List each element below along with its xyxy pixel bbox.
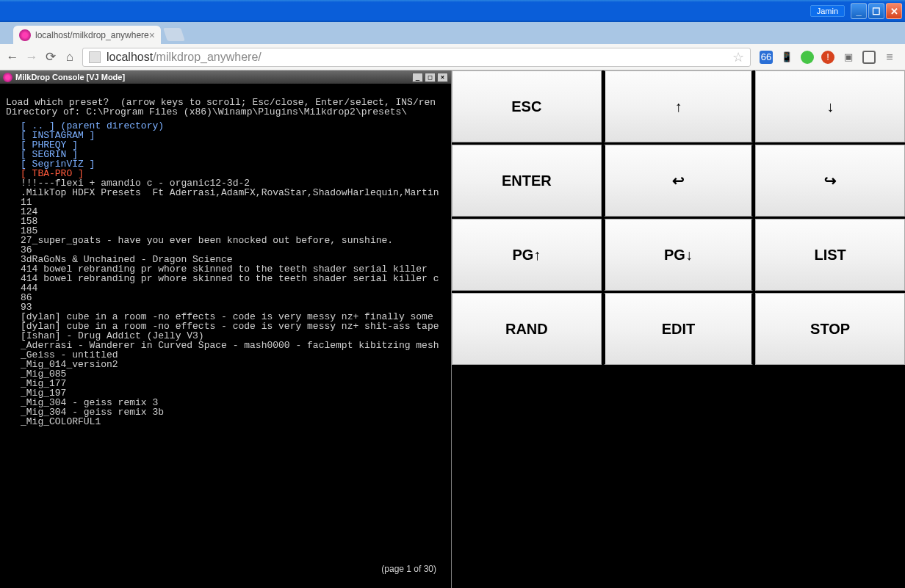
page-indicator: (page 1 of 30) bbox=[381, 565, 436, 573]
button-grid: ESC↑↓ENTER↩↪PG↑PG↓LISTRANDEDITSTOP bbox=[452, 70, 905, 367]
extension-icon[interactable]: 📱 bbox=[780, 51, 793, 64]
console-titlebar[interactable]: MilkDrop Console [VJ Mode] _ □ × bbox=[0, 70, 451, 84]
milkdrop-icon bbox=[3, 73, 12, 82]
list-item-file[interactable]: .MilkTop HDFX Presets Ft Aderrasi,AdamFX… bbox=[21, 187, 439, 198]
os-window-titlebar: Jamin _ ☐ ✕ bbox=[0, 0, 905, 22]
milkdrop-console-window: MilkDrop Console [VJ Mode] _ □ × Load wh… bbox=[0, 70, 452, 588]
console-prompt-line: Directory of: C:\Program Files (x86)\Win… bbox=[6, 107, 444, 117]
tab-close-icon[interactable]: × bbox=[149, 29, 155, 41]
list-item-file[interactable]: _Mig_COLORFUL1 bbox=[21, 416, 101, 427]
page-content: MilkDrop Console [VJ Mode] _ □ × Load wh… bbox=[0, 70, 905, 588]
panel-filler bbox=[452, 367, 905, 588]
console-body[interactable]: Load which preset? (arrow keys to scroll… bbox=[0, 84, 451, 588]
home-button[interactable]: ⌂ bbox=[63, 51, 76, 64]
browser-toolbar: ← → ⟳ ⌂ localhost/milkdrop_anywhere/ ☆ 6… bbox=[0, 44, 905, 70]
chrome-menu-button[interactable]: ≡ bbox=[883, 51, 896, 64]
browser-tab[interactable]: localhost/milkdrop_anywhere × bbox=[13, 26, 161, 44]
down-button[interactable]: ↓ bbox=[755, 70, 905, 142]
os-user-badge: Jamin bbox=[810, 5, 845, 17]
list-button[interactable]: LIST bbox=[755, 219, 905, 291]
tab-title: localhost/milkdrop_anywhere bbox=[35, 30, 149, 40]
address-bar[interactable]: localhost/milkdrop_anywhere/ ☆ bbox=[82, 48, 751, 67]
extension-area: 66 📱 ! ▣ ≡ bbox=[757, 51, 899, 64]
pgdown-button[interactable]: PG↓ bbox=[604, 219, 754, 291]
extension-icon[interactable] bbox=[862, 51, 876, 64]
console-minimize-button[interactable]: _ bbox=[412, 73, 423, 82]
up-button[interactable]: ↑ bbox=[604, 70, 754, 142]
url-path: /milkdrop_anywhere/ bbox=[153, 51, 262, 64]
console-maximize-button[interactable]: □ bbox=[425, 73, 436, 82]
right-button[interactable]: ↪ bbox=[755, 145, 905, 217]
console-title: MilkDrop Console [VJ Mode] bbox=[15, 73, 125, 81]
control-panel: ESC↑↓ENTER↩↪PG↑PG↓LISTRANDEDITSTOP bbox=[452, 70, 905, 588]
os-maximize-button[interactable]: ☐ bbox=[868, 3, 884, 19]
extension-icon[interactable] bbox=[801, 51, 814, 64]
url-host: localhost bbox=[107, 51, 153, 64]
stop-button[interactable]: STOP bbox=[755, 293, 905, 365]
os-minimize-button[interactable]: _ bbox=[851, 3, 867, 19]
esc-button[interactable]: ESC bbox=[452, 70, 602, 142]
bookmark-star-icon[interactable]: ☆ bbox=[732, 49, 744, 65]
cast-icon[interactable]: ▣ bbox=[842, 51, 855, 64]
reload-button[interactable]: ⟳ bbox=[44, 51, 57, 64]
pgup-button[interactable]: PG↑ bbox=[452, 219, 602, 291]
forward-button[interactable]: → bbox=[25, 51, 38, 64]
milkdrop-favicon-icon bbox=[19, 29, 31, 41]
left-button[interactable]: ↩ bbox=[604, 145, 754, 217]
os-close-button[interactable]: ✕ bbox=[886, 3, 902, 19]
extension-icon[interactable]: ! bbox=[821, 51, 834, 64]
back-button[interactable]: ← bbox=[6, 51, 19, 64]
list-item-file[interactable]: 414 bowel rebranding pr whore skinned to… bbox=[21, 273, 439, 284]
edit-button[interactable]: EDIT bbox=[604, 293, 754, 365]
list-item-file[interactable]: 27_super_goats - have you ever been knoc… bbox=[21, 235, 393, 246]
console-close-button[interactable]: × bbox=[437, 73, 448, 82]
page-icon bbox=[89, 51, 101, 63]
new-tab-button[interactable] bbox=[163, 28, 185, 41]
browser-tab-strip: localhost/milkdrop_anywhere × bbox=[0, 22, 905, 44]
extension-icon[interactable]: 66 bbox=[760, 51, 773, 64]
rand-button[interactable]: RAND bbox=[452, 293, 602, 365]
enter-button[interactable]: ENTER bbox=[452, 145, 602, 217]
